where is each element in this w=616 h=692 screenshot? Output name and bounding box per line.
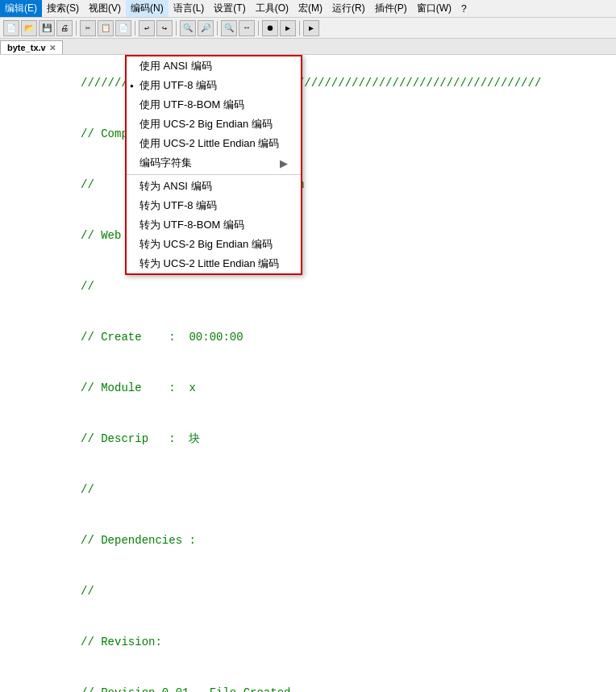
cut-button[interactable]: ✂: [80, 20, 96, 36]
menu-item-label: 使用 UTF-8 编码: [139, 78, 217, 93]
undo-button[interactable]: ↩: [139, 20, 155, 36]
menu-item-label: 转为 UTF-8 编码: [139, 198, 217, 213]
toolbar-sep-5: [258, 21, 259, 35]
code-line: // Web : corecourse.cn: [0, 211, 616, 261]
menu-item-label: 使用 UCS-2 Big Endian 编码: [139, 117, 273, 131]
paste-button[interactable]: 📄: [115, 20, 131, 36]
code-line: // Create : 00:00:00: [0, 312, 616, 363]
code-text: // Create : 00:00:00: [81, 331, 243, 344]
menu-separator: [127, 174, 301, 175]
line-content: // Revision:: [10, 617, 616, 668]
code-line: // Module : x: [0, 363, 616, 414]
menu-item-label: 转为 UCS-2 Little Endian 编码: [139, 256, 279, 271]
line-content: // Descrip : 块: [10, 414, 616, 465]
code-line: // Descrip : 块: [0, 414, 616, 465]
toolbar-sep-1: [76, 21, 77, 35]
menubar: 编辑(E) 搜索(S) 视图(V) 编码(N) 语言(L) 设置(T) 工具(O…: [0, 0, 616, 18]
menu-item-label: 转为 UCS-2 Big Endian 编码: [139, 237, 273, 252]
tab-label: byte_tx.v: [7, 43, 46, 52]
code-line: //: [0, 261, 616, 312]
redo-button[interactable]: ↪: [156, 20, 173, 36]
editor-container: ////////////////////////////////////////…: [0, 55, 616, 692]
toolbar-sep-6: [299, 21, 300, 35]
macro-record-button[interactable]: ⏺: [262, 20, 278, 36]
code-text: // Dependencies :: [81, 534, 196, 547]
menu-item-label: 使用 UTF-8-BOM 编码: [139, 98, 244, 112]
line-content: // Create : 00:00:00: [10, 312, 616, 363]
menu-view[interactable]: 视图(V): [84, 0, 126, 17]
submenu-arrow-icon: ▶: [280, 157, 288, 169]
macro-play-button[interactable]: ▶: [280, 20, 296, 36]
menu-language[interactable]: 语言(L): [169, 0, 210, 17]
line-content: // Web : corecourse.cn: [10, 211, 616, 261]
menu-tools[interactable]: 工具(O): [251, 0, 293, 17]
menu-plugins[interactable]: 插件(P): [370, 0, 412, 17]
line-content: ////////////////////////////////////////…: [10, 58, 616, 109]
code-line: //: [0, 465, 616, 515]
menu-macro[interactable]: 宏(M): [293, 0, 327, 17]
line-content: // Module : x: [10, 363, 616, 414]
menu-run[interactable]: 运行(R): [327, 0, 370, 17]
menu-item-convert-utf8-bom[interactable]: 转为 UTF-8-BOM 编码: [127, 215, 301, 235]
menu-encoding[interactable]: 编码(N): [126, 0, 169, 17]
menu-item-ansi[interactable]: 使用 ANSI 编码: [127, 56, 301, 76]
code-text: //: [81, 280, 94, 293]
line-content: //: [10, 261, 616, 312]
code-line: // omeige.taobao.com: [0, 160, 616, 211]
menu-settings[interactable]: 设置(T): [209, 0, 250, 17]
menu-item-utf8[interactable]: 使用 UTF-8 编码: [127, 76, 301, 95]
line-content: // Company : 深圳科技有限公司: [10, 109, 616, 160]
toolbar-sep-2: [135, 21, 135, 35]
menu-item-convert-ucs2-le[interactable]: 转为 UCS-2 Little Endian 编码: [127, 254, 301, 273]
menu-item-convert-ucs2-be[interactable]: 转为 UCS-2 Big Endian 编码: [127, 235, 301, 254]
menu-item-label: 使用 UCS-2 Little Endian 编码: [139, 136, 279, 151]
line-content: // Revision 0.01 - File Created: [10, 668, 616, 692]
toolbar: 📄 📂 💾 🖨 ✂ 📋 📄 ↩ ↪ 🔍 🔎 🔍 ↔ ⏺ ▶ ▶: [0, 18, 616, 39]
tabbar: byte_tx.v ✕: [0, 39, 616, 55]
save-button[interactable]: 💾: [39, 20, 55, 36]
search-button[interactable]: 🔍: [221, 20, 237, 36]
line-content: // omeige.taobao.com: [10, 160, 616, 211]
code-text: // Module : x: [81, 381, 196, 394]
toolbar-sep-4: [217, 21, 218, 35]
tab-byte-tx[interactable]: byte_tx.v ✕: [0, 40, 63, 54]
zoom-in-button[interactable]: 🔍: [180, 20, 196, 36]
line-content: // Dependencies :: [10, 515, 616, 566]
code-text: //: [81, 585, 94, 598]
menu-item-ucs2-be[interactable]: 使用 UCS-2 Big Endian 编码: [127, 115, 301, 134]
line-content: //: [10, 465, 616, 515]
print-button[interactable]: 🖨: [56, 20, 73, 36]
line-content: //: [10, 566, 616, 617]
copy-button[interactable]: 📋: [98, 20, 114, 36]
zoom-out-button[interactable]: 🔎: [198, 20, 214, 36]
revision-label: // Revision:: [81, 636, 162, 648]
menu-item-charset[interactable]: 编码字符集 ▶: [127, 153, 301, 173]
replace-button[interactable]: ↔: [239, 20, 255, 36]
menu-item-utf8-bom[interactable]: 使用 UTF-8-BOM 编码: [127, 95, 301, 115]
code-line: //: [0, 566, 616, 617]
menu-item-label: 使用 ANSI 编码: [139, 59, 212, 73]
new-file-button[interactable]: 📄: [3, 20, 19, 36]
tab-close-icon[interactable]: ✕: [49, 44, 56, 52]
open-file-button[interactable]: 📂: [21, 20, 37, 36]
code-line: ////////////////////////////////////////…: [0, 58, 616, 109]
code-line: // Dependencies :: [0, 515, 616, 566]
code-text: //: [81, 483, 94, 496]
code-line-revision: // Revision:: [0, 617, 616, 668]
run-button[interactable]: ▶: [303, 20, 319, 36]
menu-window[interactable]: 窗口(W): [412, 0, 456, 17]
encoding-dropdown-menu: 使用 ANSI 编码 使用 UTF-8 编码 使用 UTF-8-BOM 编码 使…: [125, 55, 302, 275]
menu-item-ucs2-le[interactable]: 使用 UCS-2 Little Endian 编码: [127, 134, 301, 153]
menu-item-label: 转为 UTF-8-BOM 编码: [139, 218, 244, 232]
menu-help[interactable]: ?: [456, 2, 472, 16]
revision-file-created: // Revision 0.01 - File Created: [81, 686, 290, 692]
menu-item-convert-ansi[interactable]: 转为 ANSI 编码: [127, 177, 301, 196]
menu-item-convert-utf8[interactable]: 转为 UTF-8 编码: [127, 196, 301, 215]
menu-search[interactable]: 搜索(S): [42, 0, 84, 17]
editor-content[interactable]: ////////////////////////////////////////…: [0, 55, 616, 692]
menu-item-label: 编码字符集: [139, 156, 192, 170]
code-line: // Company : 深圳科技有限公司: [0, 109, 616, 160]
code-area: ////////////////////////////////////////…: [0, 55, 616, 692]
menu-edit[interactable]: 编辑(E): [0, 0, 42, 17]
code-text: // Descrip : 块: [81, 432, 200, 445]
